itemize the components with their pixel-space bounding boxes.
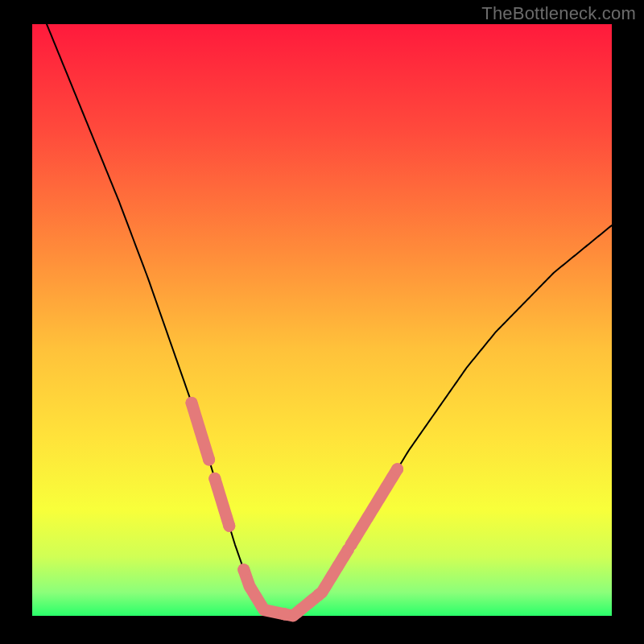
marker-dot	[237, 564, 250, 576]
marker-dot	[279, 608, 291, 620]
marker-dot	[313, 588, 325, 601]
marker-dot	[223, 520, 235, 532]
marker-dot	[186, 397, 198, 409]
marker-dot	[345, 539, 357, 551]
marker-dot	[391, 463, 403, 475]
watermark-text: TheBottleneck.com	[481, 3, 636, 24]
chart-stage: TheBottleneck.com	[0, 0, 644, 644]
marker-dot	[208, 473, 221, 485]
chart-canvas	[0, 0, 644, 644]
plot-background	[32, 24, 612, 616]
marker-dot	[203, 453, 215, 465]
